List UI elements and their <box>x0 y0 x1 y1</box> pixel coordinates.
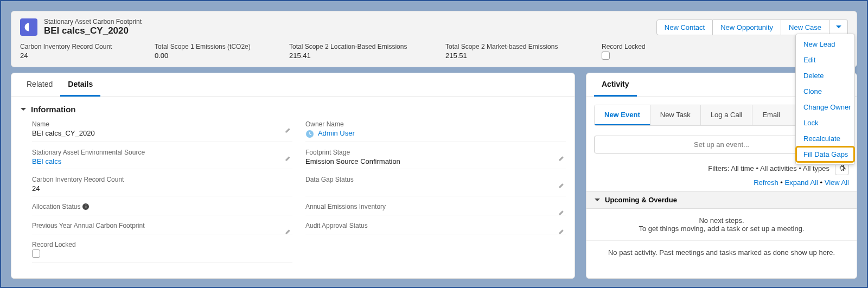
record-locked-checkbox <box>602 52 610 60</box>
field-label: Owner Name <box>305 120 566 128</box>
no-past-text: No past activity. Past meetings and task… <box>586 240 857 264</box>
object-type-label: Stationary Asset Carbon Footprint <box>44 18 142 25</box>
edit-pencil-icon[interactable] <box>285 154 292 162</box>
new-case-button[interactable]: New Case <box>781 20 829 35</box>
tab-log-call[interactable]: Log a Call <box>701 105 753 125</box>
new-contact-button[interactable]: New Contact <box>656 20 713 35</box>
field-label: Allocation Statusi <box>32 203 292 210</box>
edit-pencil-icon[interactable] <box>285 126 292 133</box>
stat-label: Total Scope 2 Market-based Emissions <box>445 43 576 50</box>
new-opportunity-button[interactable]: New Opportunity <box>713 20 781 35</box>
info-icon[interactable]: i <box>82 203 89 210</box>
stat-label: Record Locked <box>602 43 683 50</box>
expand-all-link[interactable]: Expand All <box>784 178 818 187</box>
menu-delete[interactable]: Delete <box>796 68 854 84</box>
footprint-icon <box>20 18 37 36</box>
upcoming-section[interactable]: Upcoming & Overdue <box>586 191 857 209</box>
edit-pencil-icon[interactable] <box>558 227 566 235</box>
record-title: BEI calcs_CY_2020 <box>44 25 142 36</box>
chevron-down-icon <box>20 106 27 113</box>
tab-new-task[interactable]: New Task <box>650 105 701 125</box>
stat-label: Carbon Inventory Record Count <box>20 43 129 50</box>
clock-icon <box>305 130 314 138</box>
no-next-sub: To get things moving, add a task or set … <box>594 225 849 233</box>
source-link[interactable]: BEI calcs <box>32 157 61 165</box>
upcoming-label: Upcoming & Overdue <box>605 196 677 204</box>
details-panel: Related Details Information Name BEI cal… <box>11 73 575 279</box>
stat-value: 24 <box>20 52 129 60</box>
owner-link[interactable]: Admin User <box>318 129 355 137</box>
menu-change-owner[interactable]: Change Owner <box>796 99 854 115</box>
menu-edit[interactable]: Edit <box>796 52 854 68</box>
no-next-text: No next steps. <box>594 216 849 225</box>
edit-pencil-icon[interactable] <box>558 154 566 162</box>
stat-label: Total Scope 2 Location-Based Emissions <box>289 43 419 50</box>
record-locked-checkbox <box>32 249 40 258</box>
field-label: Stationary Asset Environmental Source <box>32 149 292 156</box>
view-all-link[interactable]: View All <box>825 178 849 187</box>
highlight-panel: Carbon Inventory Record Count 24 Total S… <box>20 43 848 67</box>
section-information[interactable]: Information <box>11 97 575 118</box>
field-label: Previous Year Annual Carbon Footprint <box>32 222 292 229</box>
edit-pencil-icon[interactable] <box>558 208 566 216</box>
actions-dropdown: New Lead Edit Delete Clone Change Owner … <box>795 34 855 165</box>
tab-new-event[interactable]: New Event <box>595 105 650 125</box>
edit-pencil-icon[interactable] <box>285 227 292 235</box>
field-value: 24 <box>32 184 292 193</box>
stat-value: 215.51 <box>445 52 576 60</box>
menu-clone[interactable]: Clone <box>796 84 854 99</box>
field-label: Annual Emissions Inventory <box>305 203 566 210</box>
tab-related[interactable]: Related <box>19 73 60 97</box>
stat-value: 215.41 <box>289 52 419 60</box>
menu-new-lead[interactable]: New Lead <box>796 36 854 52</box>
field-label: Audit Approval Status <box>305 222 566 229</box>
section-title: Information <box>31 105 76 114</box>
chevron-down-icon <box>594 197 601 203</box>
menu-fill-data-gaps[interactable]: Fill Data Gaps <box>796 146 854 162</box>
field-value: Emission Source Confirmation <box>305 157 566 165</box>
stat-value: 0.00 <box>155 52 263 60</box>
more-actions-button[interactable] <box>829 20 848 35</box>
field-value: BEI calcs_CY_2020 <box>32 129 292 137</box>
field-label: Data Gap Status <box>305 176 566 183</box>
field-label: Carbon Inventory Record Count <box>32 176 292 183</box>
header-action-group: New Contact New Opportunity New Case <box>656 20 848 35</box>
edit-pencil-icon[interactable] <box>558 181 566 189</box>
menu-lock[interactable]: Lock <box>796 115 854 131</box>
tab-details[interactable]: Details <box>60 73 100 97</box>
filters-text: Filters: All time • All activities • All… <box>708 164 829 172</box>
stat-label: Total Scope 1 Emissions (tCO2e) <box>155 43 263 50</box>
menu-recalculate[interactable]: Recalculate <box>796 131 854 146</box>
refresh-link[interactable]: Refresh <box>754 178 778 187</box>
field-label: Footprint Stage <box>305 149 566 156</box>
record-header: Stationary Asset Carbon Footprint BEI ca… <box>11 11 857 67</box>
field-label: Record Locked <box>32 241 292 248</box>
field-label: Name <box>32 120 292 128</box>
tab-activity[interactable]: Activity <box>594 73 637 97</box>
